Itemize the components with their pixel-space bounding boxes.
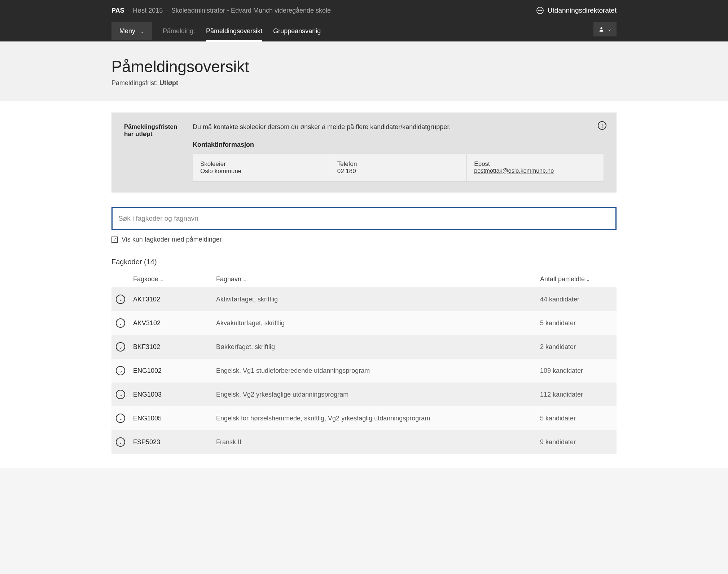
row-name: Engelsk, Vg1 studieforberedende utdannin… bbox=[216, 367, 540, 375]
deadline-label: Påmeldingsfrist: bbox=[111, 79, 158, 87]
row-code: FSP5023 bbox=[133, 438, 216, 446]
svg-point-1 bbox=[600, 27, 602, 29]
page-title: Påmeldingsoversikt bbox=[111, 58, 617, 76]
table-heading: Fagkoder (14) bbox=[111, 258, 617, 266]
phone-label: Telefon bbox=[337, 160, 460, 168]
alert-icon: ! bbox=[598, 121, 606, 130]
chevron-down-icon: ⌄ bbox=[160, 277, 163, 282]
row-name: Engelsk for hørselshemmede, skriftlig, V… bbox=[216, 415, 540, 422]
row-name: Akvakulturfaget, skriftlig bbox=[216, 319, 540, 327]
expand-button[interactable]: ⌄ bbox=[116, 437, 125, 447]
row-count: 44 kandidater bbox=[540, 296, 612, 303]
expand-button[interactable]: ⌄ bbox=[116, 390, 125, 399]
breadcrumb-role[interactable]: Skoleadministrator - Edvard Munch videre… bbox=[171, 7, 331, 14]
table-row[interactable]: ⌄BKF3102Bøkkerfaget, skriftlig2 kandidat… bbox=[111, 335, 617, 359]
notice-heading: Påmeldingsfristen har utløpt bbox=[124, 123, 182, 182]
chevron-down-icon: ⌄ bbox=[119, 297, 123, 302]
chevron-down-icon: ⌄ bbox=[119, 368, 123, 374]
chevron-down-icon: ⌄ bbox=[119, 392, 123, 397]
filter-label[interactable]: Vis kun fagkoder med påmeldinger bbox=[122, 236, 222, 243]
chevron-down-icon: ⌄ bbox=[119, 440, 123, 445]
row-count: 112 kandidater bbox=[540, 391, 612, 398]
breadcrumb-sep-icon: ◦ bbox=[166, 9, 168, 13]
table-row[interactable]: ⌄AKV3102Akvakulturfaget, skriftlig5 kand… bbox=[111, 311, 617, 335]
breadcrumb: PAS ◦ Høst 2015 ◦ Skoleadministrator - E… bbox=[111, 7, 331, 14]
breadcrumb-sep-icon: ◦ bbox=[128, 9, 130, 13]
column-fagkode[interactable]: Fagkode⌄ bbox=[133, 275, 216, 283]
brand-label[interactable]: PAS bbox=[111, 7, 124, 14]
chevron-down-icon: ⌄ bbox=[243, 277, 246, 282]
column-fagnavn[interactable]: Fagnavn⌄ bbox=[216, 275, 540, 283]
row-name: Fransk II bbox=[216, 438, 540, 446]
notice-box: Påmeldingsfristen har utløpt Du må konta… bbox=[111, 112, 617, 193]
owner-label: Skoleeier bbox=[200, 160, 323, 168]
email-link[interactable]: postmottak@oslo.kommune.no bbox=[474, 168, 554, 174]
row-code: ENG1002 bbox=[133, 367, 216, 375]
phone-value: 02 180 bbox=[337, 168, 356, 175]
row-count: 9 kandidater bbox=[540, 438, 612, 446]
menu-label: Meny bbox=[119, 27, 135, 35]
contact-heading: Kontaktinformasjon bbox=[193, 141, 604, 149]
row-code: ENG1003 bbox=[133, 391, 216, 398]
contact-grid: Skoleeier Oslo kommune Telefon 02 180 Ep… bbox=[193, 154, 604, 182]
row-count: 5 kandidater bbox=[540, 415, 612, 422]
user-icon bbox=[598, 26, 604, 32]
owner-value: Oslo kommune bbox=[200, 168, 241, 175]
row-code: ENG1005 bbox=[133, 415, 216, 422]
breadcrumb-term[interactable]: Høst 2015 bbox=[133, 7, 163, 14]
chevron-down-icon: ⌄ bbox=[119, 416, 123, 421]
filter-checkbox[interactable]: ✓ bbox=[111, 237, 118, 243]
deadline-status: Utløpt bbox=[159, 79, 178, 87]
chevron-down-icon: ⌄ bbox=[586, 277, 590, 282]
table-header: Fagkode⌄ Fagnavn⌄ Antall påmeldte⌄ bbox=[111, 275, 617, 287]
app-header: PAS ◦ Høst 2015 ◦ Skoleadministrator - E… bbox=[0, 0, 728, 41]
table-row[interactable]: ⌄FSP5023Fransk II9 kandidater bbox=[111, 430, 617, 454]
column-antall[interactable]: Antall påmeldte⌄ bbox=[540, 275, 612, 283]
search-input[interactable] bbox=[111, 207, 617, 230]
table-row[interactable]: ⌄AKT3102Aktivitørfaget, skriftlig44 kand… bbox=[111, 287, 617, 311]
notice-message: Du må kontakte skoleeier dersom du ønske… bbox=[193, 123, 604, 131]
row-count: 5 kandidater bbox=[540, 319, 612, 327]
org-name: Utdanningsdirektoratet bbox=[548, 6, 617, 14]
row-count: 109 kandidater bbox=[540, 367, 612, 375]
org-logo[interactable]: Utdanningsdirektoratet bbox=[536, 6, 617, 14]
page-title-section: Påmeldingsoversikt Påmeldingsfrist: Utlø… bbox=[0, 41, 728, 101]
row-name: Engelsk, Vg2 yrkesfaglige utdanningsprog… bbox=[216, 391, 540, 398]
deadline-line: Påmeldingsfrist: Utløpt bbox=[111, 79, 617, 87]
table-row[interactable]: ⌄ENG1002Engelsk, Vg1 studieforberedende … bbox=[111, 359, 617, 383]
expand-button[interactable]: ⌄ bbox=[116, 414, 125, 423]
expand-button[interactable]: ⌄ bbox=[116, 295, 125, 304]
expand-button[interactable]: ⌄ bbox=[116, 342, 125, 352]
row-name: Aktivitørfaget, skriftlig bbox=[216, 296, 540, 303]
row-name: Bøkkerfaget, skriftlig bbox=[216, 343, 540, 351]
expand-button[interactable]: ⌄ bbox=[116, 318, 125, 328]
row-count: 2 kandidater bbox=[540, 343, 612, 351]
nav-link-gruppeansvarlig[interactable]: Gruppeansvarlig bbox=[273, 21, 321, 41]
table-row[interactable]: ⌄ENG1005Engelsk for hørselshemmede, skri… bbox=[111, 406, 617, 430]
chevron-down-icon: ⌄ bbox=[140, 29, 144, 34]
menu-button[interactable]: Meny ⌄ bbox=[111, 22, 152, 40]
chevron-down-icon: ⌄ bbox=[608, 27, 611, 32]
row-code: AKT3102 bbox=[133, 296, 216, 303]
row-code: BKF3102 bbox=[133, 343, 216, 351]
email-label: Epost bbox=[474, 160, 596, 168]
expand-button[interactable]: ⌄ bbox=[116, 366, 125, 375]
org-emblem-icon bbox=[536, 6, 544, 14]
table-row[interactable]: ⌄ENG1003Engelsk, Vg2 yrkesfaglige utdann… bbox=[111, 383, 617, 406]
chevron-down-icon: ⌄ bbox=[119, 321, 123, 326]
nav-prefix: Påmelding: bbox=[163, 27, 195, 35]
user-menu-button[interactable]: ⌄ bbox=[593, 22, 617, 36]
chevron-down-icon: ⌄ bbox=[119, 344, 123, 350]
nav-link-pameldingsoversikt[interactable]: Påmeldingsoversikt bbox=[206, 21, 262, 41]
row-code: AKV3102 bbox=[133, 319, 216, 327]
